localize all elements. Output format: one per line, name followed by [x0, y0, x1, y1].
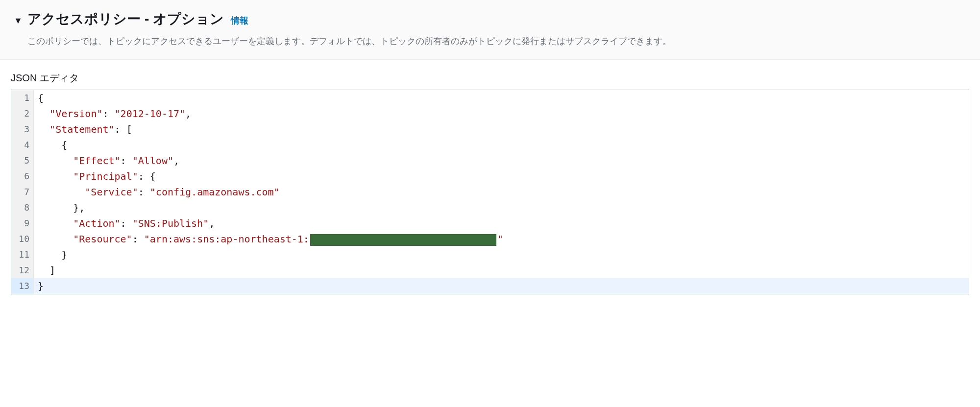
code-content[interactable]: "Principal": { — [34, 168, 969, 184]
code-content[interactable]: }, — [34, 200, 969, 215]
json-key: "Version" — [49, 108, 102, 120]
code-line[interactable]: 1 { — [11, 90, 969, 106]
info-link[interactable]: 情報 — [231, 15, 248, 26]
code-line[interactable]: 5 "Effect": "Allow", — [11, 153, 969, 168]
json-key: "Service" — [85, 186, 138, 198]
json-value-prefix: "arn:aws:sns:ap-northeast-1: — [144, 233, 309, 245]
json-value: "config.amazonaws.com" — [150, 186, 280, 198]
json-value-suffix: " — [497, 233, 503, 245]
line-number: 3 — [11, 121, 34, 137]
line-number: 1 — [11, 90, 34, 106]
line-number: 2 — [11, 106, 34, 121]
json-value: "Allow" — [132, 155, 173, 167]
line-number: 4 — [11, 137, 34, 153]
line-number: 6 — [11, 168, 34, 184]
section-title-row: ▼ アクセスポリシー - オプション 情報 — [14, 10, 966, 28]
json-key: "Action" — [73, 217, 120, 229]
code-content[interactable]: "Action": "SNS:Publish", — [34, 215, 969, 231]
line-number: 10 — [11, 231, 34, 247]
editor-label: JSON エディタ — [11, 72, 969, 85]
code-content[interactable]: "Effect": "Allow", — [34, 153, 969, 168]
code-content[interactable]: ] — [34, 263, 969, 278]
section-title: アクセスポリシー - オプション — [27, 11, 224, 26]
code-line[interactable]: 7 "Service": "config.amazonaws.com" — [11, 184, 969, 200]
editor-section: JSON エディタ 1 { 2 "Version": "2012-10-17",… — [0, 60, 980, 306]
code-content[interactable]: } — [34, 247, 969, 263]
section-description: このポリシーでは、トピックにアクセスできるユーザーを定義します。デフォルトでは、… — [27, 35, 966, 48]
line-number: 8 — [11, 200, 34, 215]
line-number: 12 — [11, 263, 34, 278]
json-key: "Principal" — [73, 170, 138, 182]
brace-open: { — [61, 139, 67, 151]
code-line[interactable]: 2 "Version": "2012-10-17", — [11, 106, 969, 121]
code-line[interactable]: 11 } — [11, 247, 969, 263]
code-content[interactable]: { — [34, 90, 969, 106]
line-number: 7 — [11, 184, 34, 200]
bracket-close: ] — [49, 264, 55, 276]
json-key: "Statement" — [49, 123, 114, 135]
brace-close: } — [38, 280, 44, 292]
brace-close: } — [61, 249, 67, 261]
json-value: "2012-10-17" — [115, 108, 186, 120]
code-content[interactable]: "Version": "2012-10-17", — [34, 106, 969, 121]
redacted-block — [310, 234, 496, 246]
line-number: 13 — [11, 278, 34, 294]
json-key: "Resource" — [73, 233, 132, 245]
line-number: 11 — [11, 247, 34, 263]
code-content[interactable]: "Service": "config.amazonaws.com" — [34, 184, 969, 200]
code-line[interactable]: 6 "Principal": { — [11, 168, 969, 184]
brace-open: { — [38, 92, 44, 104]
json-key: "Effect" — [73, 155, 120, 167]
collapse-toggle-icon[interactable]: ▼ — [14, 16, 23, 26]
code-line[interactable]: 3 "Statement": [ — [11, 121, 969, 137]
code-content[interactable]: "Resource": "arn:aws:sns:ap-northeast-1:… — [34, 231, 969, 247]
line-number: 5 — [11, 153, 34, 168]
code-line[interactable]: 4 { — [11, 137, 969, 153]
code-line[interactable]: 12 ] — [11, 263, 969, 278]
code-content[interactable]: } — [34, 278, 969, 294]
code-content[interactable]: "Statement": [ — [34, 121, 969, 137]
json-value: "SNS:Publish" — [132, 217, 209, 229]
line-number: 9 — [11, 215, 34, 231]
code-line[interactable]: 10 "Resource": "arn:aws:sns:ap-northeast… — [11, 231, 969, 247]
code-line[interactable]: 8 }, — [11, 200, 969, 215]
section-header: ▼ アクセスポリシー - オプション 情報 このポリシーでは、トピックにアクセス… — [0, 0, 980, 60]
brace-close: }, — [73, 202, 85, 214]
code-content[interactable]: { — [34, 137, 969, 153]
title-wrapper: ▼ アクセスポリシー - オプション — [14, 10, 224, 28]
json-editor[interactable]: 1 { 2 "Version": "2012-10-17", 3 "Statem… — [11, 90, 969, 294]
code-line[interactable]: 9 "Action": "SNS:Publish", — [11, 215, 969, 231]
code-line-current[interactable]: 13 } — [11, 278, 969, 294]
